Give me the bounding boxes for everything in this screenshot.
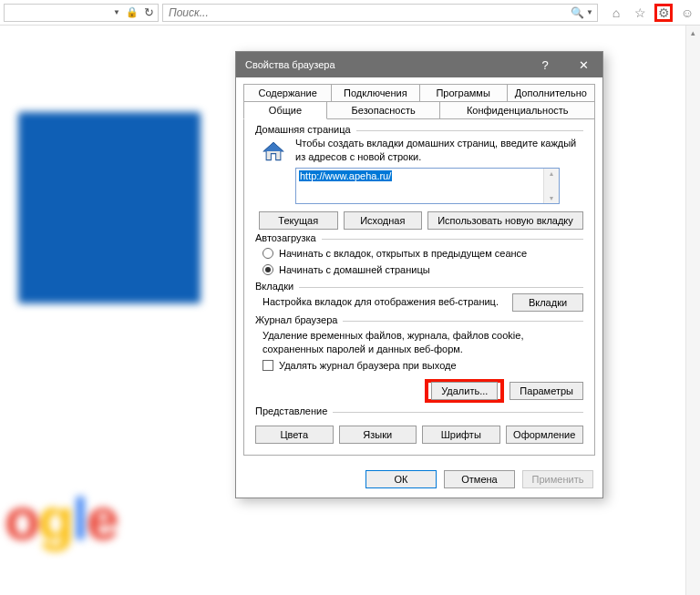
- btn-history-settings[interactable]: Параметры: [510, 382, 583, 400]
- section-appearance: Представление Цвета Языки Шрифты Оформле…: [255, 412, 583, 444]
- tab-general[interactable]: Общие: [243, 101, 327, 119]
- btn-ok[interactable]: ОК: [365, 470, 437, 488]
- home-icon[interactable]: ⌂: [607, 4, 625, 22]
- checkbox-icon: [262, 360, 273, 371]
- tab-privacy[interactable]: Конфиденциальность: [440, 101, 595, 119]
- dialog-titlebar[interactable]: Свойства браузера ? ✕: [236, 52, 602, 77]
- btn-languages[interactable]: Языки: [339, 426, 417, 444]
- legend-homepage: Домашняя страница: [255, 124, 356, 135]
- address-dropdown-icon[interactable]: ▼: [113, 8, 120, 16]
- btn-cancel[interactable]: Отмена: [444, 470, 515, 488]
- btn-fonts[interactable]: Шрифты: [422, 426, 500, 444]
- background-google-logo: ogle: [5, 486, 118, 553]
- btn-use-default[interactable]: Исходная: [344, 211, 423, 230]
- lock-icon: 🔒: [126, 6, 139, 18]
- help-button[interactable]: ?: [526, 52, 564, 77]
- dialog-title: Свойства браузера: [245, 59, 335, 70]
- search-box[interactable]: 🔍 ▼: [162, 4, 598, 22]
- refresh-icon[interactable]: ↻: [144, 5, 154, 19]
- legend-tabs: Вкладки: [255, 281, 299, 292]
- dialog-tabs: Содержание Подключения Программы Дополни…: [236, 77, 602, 118]
- close-button[interactable]: ✕: [564, 52, 602, 77]
- section-startup: Автозагрузка Начинать с вкладок, открыты…: [255, 239, 583, 278]
- tab-security[interactable]: Безопасность: [327, 101, 441, 119]
- homepage-url-value: http://www.apeha.ru/: [299, 170, 392, 181]
- radio-label: Начинать с домашней страницы: [279, 264, 430, 275]
- section-tabs: Вкладки Настройка вкладок для отображени…: [255, 287, 583, 312]
- search-input[interactable]: [167, 5, 571, 20]
- btn-use-new-tab[interactable]: Использовать новую вкладку: [427, 211, 583, 230]
- tab-programs[interactable]: Программы: [420, 84, 508, 102]
- settings-gear-icon[interactable]: ⚙: [654, 4, 673, 22]
- legend-history: Журнал браузера: [255, 314, 343, 325]
- radio-start-with-tabs[interactable]: Начинать с вкладок, открытых в предыдуще…: [255, 245, 583, 262]
- toolbar-right-icons: ⌂ ☆ ⚙ ☺: [607, 4, 696, 22]
- btn-apply[interactable]: Применить: [522, 470, 593, 488]
- tab-connections[interactable]: Подключения: [332, 84, 419, 102]
- browser-toolbar: ▼ 🔒 ↻ 🔍 ▼ ⌂ ☆ ⚙ ☺: [0, 0, 700, 26]
- tabs-description: Настройка вкладок для отображения веб-ст…: [255, 293, 512, 311]
- legend-startup: Автозагрузка: [255, 232, 322, 243]
- dialog-footer: ОК Отмена Применить: [236, 463, 602, 498]
- favorites-icon[interactable]: ☆: [631, 4, 649, 22]
- btn-delete-history[interactable]: Удалить...: [431, 382, 498, 400]
- section-homepage: Домашняя страница Чтобы создать вкладки …: [255, 130, 583, 230]
- history-description: Удаление временных файлов, журнала, файл…: [255, 327, 583, 358]
- background-blue-panel: [18, 112, 201, 303]
- tab-content[interactable]: Содержание: [243, 84, 332, 102]
- legend-appearance: Представление: [255, 405, 333, 416]
- btn-use-current[interactable]: Текущая: [259, 211, 338, 230]
- search-dropdown-icon[interactable]: ▼: [586, 8, 593, 16]
- feedback-smiley-icon[interactable]: ☺: [678, 4, 696, 22]
- checkbox-label: Удалять журнал браузера при выходе: [279, 360, 457, 371]
- btn-accessibility[interactable]: Оформление: [506, 426, 584, 444]
- btn-colors[interactable]: Цвета: [255, 426, 334, 444]
- checkbox-delete-on-exit[interactable]: Удалять журнал браузера при выходе: [255, 357, 583, 374]
- tab-advanced[interactable]: Дополнительно: [508, 84, 595, 102]
- radio-start-with-home[interactable]: Начинать с домашней страницы: [255, 262, 583, 278]
- radio-icon: [262, 248, 273, 259]
- address-controls[interactable]: ▼ 🔒 ↻: [4, 4, 159, 22]
- search-icon[interactable]: 🔍: [571, 6, 584, 19]
- internet-options-dialog: Свойства браузера ? ✕ Содержание Подключ…: [235, 51, 603, 498]
- homepage-url-textarea[interactable]: http://www.apeha.ru/ ▴▾: [295, 168, 560, 204]
- textarea-scrollbar[interactable]: ▴▾: [543, 169, 559, 203]
- page-scrollbar[interactable]: [685, 26, 700, 595]
- homepage-house-icon: [259, 137, 288, 166]
- radio-label: Начинать с вкладок, открытых в предыдуще…: [279, 248, 527, 259]
- homepage-description: Чтобы создать вкладки домашних страниц, …: [295, 137, 583, 164]
- radio-icon: [262, 264, 273, 275]
- dialog-body: Домашняя страница Чтобы создать вкладки …: [243, 118, 595, 456]
- section-history: Журнал браузера Удаление временных файло…: [255, 321, 583, 404]
- delete-button-highlight: Удалить...: [425, 379, 504, 403]
- btn-tabs-settings[interactable]: Вкладки: [512, 293, 583, 312]
